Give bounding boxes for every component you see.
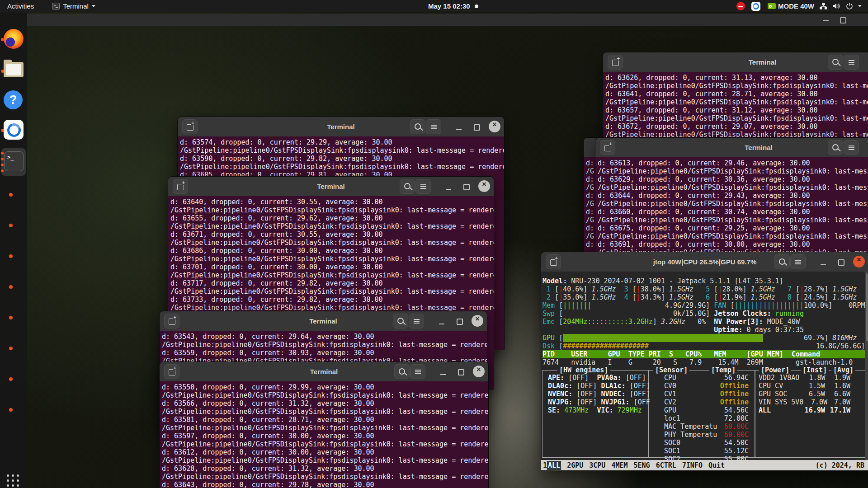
jtop-window[interactable]: + jtop 40W|CPU 26.5%|GPU 69.7% × Model: …	[541, 252, 868, 471]
search-button[interactable]	[400, 179, 415, 194]
terminal-window-sliver[interactable]: d:/Gd:/Gd:/Gd:/Gd:/Gd:	[583, 137, 596, 253]
search-button[interactable]	[393, 314, 408, 328]
titlebar[interactable]: + Terminal ×	[595, 138, 868, 158]
titlebar[interactable]: + Terminal ×	[603, 52, 868, 72]
new-tab-button[interactable]: +	[173, 179, 188, 194]
new-tab-button[interactable]: +	[164, 364, 179, 379]
show-applications-button[interactable]	[7, 474, 19, 487]
jtop-tab-eng[interactable]: 5ENG	[634, 461, 650, 469]
minimize-icon[interactable]	[823, 20, 829, 21]
close-icon[interactable]: ×	[478, 180, 490, 192]
minimize-icon[interactable]	[439, 324, 444, 324]
terminal-icon: >_	[7, 154, 14, 160]
maximize-icon[interactable]	[474, 124, 480, 131]
dock-item-sync[interactable]	[4, 120, 24, 140]
scrollbar[interactable]	[865, 272, 868, 460]
search-button[interactable]	[828, 55, 843, 70]
temp-label: [Temp]	[709, 366, 737, 374]
hamburger-icon	[420, 184, 426, 185]
do-not-disturb-icon[interactable]	[736, 2, 745, 10]
plus-icon: +	[555, 256, 558, 260]
titlebar[interactable]: + jtop 40W|CPU 26.5%|GPU 69.7% ×	[541, 252, 868, 272]
search-icon	[832, 144, 839, 150]
search-button[interactable]	[410, 119, 425, 134]
app-menu[interactable]: >_ Terminal	[52, 2, 95, 10]
maximize-icon[interactable]	[840, 17, 846, 23]
maximize-icon[interactable]	[838, 259, 844, 266]
new-tab-button[interactable]: +	[600, 140, 615, 155]
menu-button[interactable]	[415, 179, 431, 194]
jtop-tab-quit[interactable]: Quit	[708, 461, 725, 469]
window-title: Terminal	[317, 177, 344, 196]
new-tab-button[interactable]: +	[608, 55, 623, 70]
minimize-icon[interactable]	[446, 189, 451, 190]
search-button[interactable]	[828, 140, 843, 155]
search-button[interactable]	[774, 254, 790, 269]
terminal-output: d:/Gd:/Gd:/Gd:/Gd:/Gd:	[584, 157, 596, 252]
chevron-down-icon	[858, 5, 862, 7]
search-button[interactable]	[394, 364, 410, 379]
titlebar[interactable]: + Terminal ×	[160, 362, 488, 382]
close-icon[interactable]: ×	[473, 366, 485, 377]
menu-button[interactable]	[409, 314, 424, 328]
power-label: [Power]	[759, 366, 791, 374]
dock-item-help[interactable]: ?	[4, 90, 24, 111]
minimize-icon[interactable]	[440, 374, 446, 375]
maximize-icon[interactable]	[457, 319, 463, 325]
activities-button[interactable]: Activities	[7, 2, 34, 10]
maximize-icon[interactable]	[463, 184, 470, 190]
running-indicator	[9, 347, 13, 350]
minimize-icon[interactable]	[821, 264, 826, 265]
help-icon: ?	[4, 90, 23, 109]
dock: ? >_	[0, 12, 27, 488]
desktop: + Terminal × d: 63626, dropped: 0, curre…	[0, 0, 868, 488]
maximize-icon[interactable]	[458, 369, 464, 375]
close-icon[interactable]: ×	[489, 121, 500, 132]
dock-item-files[interactable]	[4, 59, 24, 80]
dock-item-firefox[interactable]	[4, 29, 24, 49]
chevron-down-icon	[92, 5, 95, 7]
close-icon[interactable]: ×	[853, 256, 865, 267]
clock[interactable]: May 15 02:30	[428, 0, 478, 12]
jtop-tab-cpu[interactable]: 3CPU	[589, 461, 605, 469]
nvidia-icon[interactable]	[768, 3, 776, 9]
window-title: Terminal	[749, 52, 776, 72]
dock-item-terminal[interactable]: >_	[4, 151, 24, 171]
new-tab-button[interactable]: +	[546, 254, 561, 269]
system-tray[interactable]: MODE 40W	[736, 0, 868, 12]
menu-button[interactable]	[844, 55, 859, 70]
firefox-icon	[4, 29, 24, 49]
menu-button[interactable]	[844, 140, 859, 155]
plus-icon: +	[191, 121, 195, 125]
titlebar[interactable]: + Terminal ×	[160, 311, 487, 331]
hamburger-icon	[415, 370, 421, 371]
menu-button[interactable]	[790, 254, 806, 269]
window-title: Terminal	[745, 138, 772, 157]
jtop-tab-ctrl[interactable]: 6CTRL	[656, 461, 676, 469]
running-indicator	[9, 316, 13, 319]
plus-icon: +	[617, 56, 620, 61]
minimize-icon[interactable]	[456, 129, 462, 130]
terminal-output: d: 63550, dropped: 0, current: 29.99, av…	[160, 381, 488, 488]
files-icon	[4, 62, 24, 77]
plus-icon: +	[173, 366, 177, 370]
new-tab-button[interactable]: +	[164, 314, 179, 328]
plus-icon: +	[173, 315, 177, 319]
top-bar: Activities >_ Terminal May 15 02:30 MODE…	[0, 0, 868, 12]
titlebar[interactable]: + Terminal ×	[168, 177, 494, 197]
menu-button[interactable]	[410, 364, 425, 379]
window-title: jtop 40W|CPU 26.5%|GPU 69.7%	[653, 252, 756, 272]
terminal-window-bottom[interactable]: + Terminal × d: 63550, dropped: 0, curre…	[159, 361, 489, 488]
app-indicator-icon[interactable]	[751, 2, 760, 11]
plus-icon: +	[182, 180, 185, 185]
titlebar[interactable]: + Terminal ×	[178, 117, 504, 137]
jtop-tab-gpu[interactable]: 2GPU	[567, 461, 583, 469]
jtop-tab-all[interactable]: 1ALL	[543, 461, 561, 469]
menu-button[interactable]	[426, 119, 441, 134]
jtop-tab-info[interactable]: 7INFO	[682, 461, 703, 469]
jtop-stats: Model: NRU-230_2024-07-02_1001 - Jetpack…	[542, 277, 865, 366]
new-tab-button[interactable]: +	[182, 119, 198, 134]
close-icon[interactable]: ×	[472, 315, 483, 327]
jtop-tab-mem[interactable]: 4MEM	[611, 461, 627, 469]
search-icon	[399, 368, 405, 375]
